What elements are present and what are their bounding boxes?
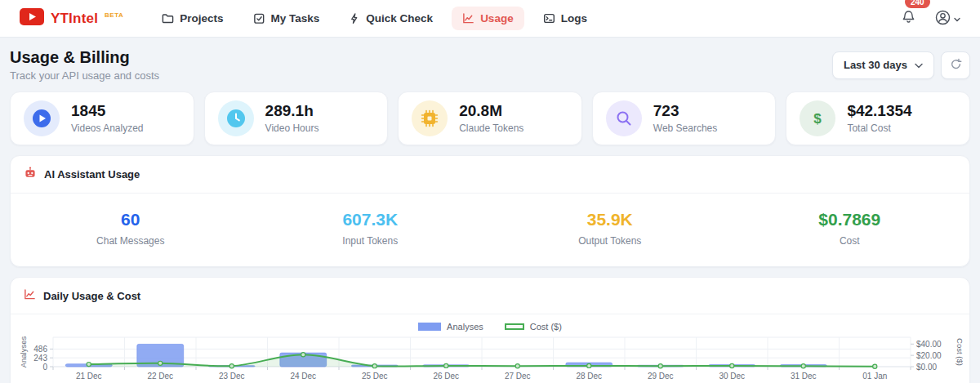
youtube-play-logo-icon bbox=[20, 8, 44, 29]
stat-value: $42.1354 bbox=[847, 103, 911, 120]
stat-value: 20.8M bbox=[459, 103, 523, 120]
stat-label: Video Hours bbox=[265, 122, 319, 134]
refresh-button[interactable] bbox=[941, 51, 970, 79]
brand[interactable]: YTIntel BETA bbox=[20, 8, 123, 29]
folder-icon bbox=[162, 12, 174, 24]
nav-item-label: Logs bbox=[561, 12, 587, 24]
svg-text:0: 0 bbox=[42, 363, 47, 372]
svg-text:486: 486 bbox=[33, 345, 47, 354]
robot-icon bbox=[24, 167, 37, 182]
svg-text:243: 243 bbox=[33, 354, 47, 363]
stat-value: 1845 bbox=[71, 103, 144, 120]
search-icon bbox=[606, 100, 642, 136]
ai-stat-output-tokens: 35.9K Output Tokens bbox=[490, 210, 730, 247]
svg-text:31 Dec: 31 Dec bbox=[791, 372, 817, 381]
ai-stat-label: Input Tokens bbox=[251, 235, 491, 247]
svg-text:29 Dec: 29 Dec bbox=[648, 372, 674, 381]
beta-badge: BETA bbox=[105, 11, 123, 19]
date-range-value: Last 30 days bbox=[844, 59, 907, 71]
ai-stat-value: $0.7869 bbox=[730, 210, 970, 229]
svg-text:24 Dec: 24 Dec bbox=[290, 372, 316, 381]
page-subtitle: Track your API usage and costs bbox=[10, 69, 159, 82]
nav-item-label: My Tasks bbox=[271, 12, 320, 24]
nav-item-label: Projects bbox=[180, 12, 223, 24]
stat-card-videos-analyzed: 1845 Videos Analyzed bbox=[10, 91, 194, 145]
chevron-down-icon bbox=[954, 12, 960, 24]
ai-usage-stats: 60 Chat Messages 607.3K Input Tokens 35.… bbox=[11, 194, 969, 266]
ai-stat-input-tokens: 607.3K Input Tokens bbox=[251, 210, 491, 247]
nav-right: 240 bbox=[899, 7, 960, 29]
svg-text:21 Dec: 21 Dec bbox=[76, 372, 102, 381]
daily-usage-cost-panel: Daily Usage & Cost Analyses Cost ($) 486… bbox=[10, 277, 970, 383]
cost-swatch bbox=[505, 323, 524, 330]
page-header: Usage & Billing Track your API usage and… bbox=[10, 48, 970, 82]
dollar-icon: $ bbox=[800, 100, 835, 136]
nav-item-projects[interactable]: Projects bbox=[151, 7, 234, 30]
svg-text:22 Dec: 22 Dec bbox=[147, 372, 173, 381]
refresh-icon bbox=[950, 58, 962, 73]
svg-text:27 Dec: 27 Dec bbox=[505, 372, 531, 381]
legend-item-analyses[interactable]: Analyses bbox=[418, 322, 483, 332]
nav-item-logs[interactable]: Logs bbox=[532, 7, 598, 30]
bolt-icon bbox=[349, 12, 360, 24]
stat-label: Claude Tokens bbox=[459, 122, 523, 134]
nav-item-usage[interactable]: Usage bbox=[452, 7, 524, 30]
analyses-swatch bbox=[418, 323, 441, 331]
nav-item-quick-check[interactable]: Quick Check bbox=[338, 7, 443, 30]
chip-icon bbox=[412, 100, 448, 136]
svg-text:Cost ($): Cost ($) bbox=[956, 338, 963, 366]
nav-item-label: Quick Check bbox=[366, 12, 433, 24]
ai-stat-label: Cost bbox=[730, 235, 970, 247]
ai-stat-value: 60 bbox=[11, 210, 251, 229]
svg-text:23 Dec: 23 Dec bbox=[219, 372, 245, 381]
user-menu-button[interactable] bbox=[934, 9, 960, 29]
svg-text:01 Jan: 01 Jan bbox=[862, 372, 887, 381]
line-chart-icon bbox=[24, 288, 36, 303]
svg-text:$40.00: $40.00 bbox=[916, 340, 942, 349]
notification-count-badge: 240 bbox=[905, 0, 930, 8]
ai-stat-cost: $0.7869 Cost bbox=[730, 210, 970, 247]
stat-card-claude-tokens: 20.8M Claude Tokens bbox=[398, 91, 582, 145]
legend-item-cost[interactable]: Cost ($) bbox=[505, 322, 562, 332]
svg-text:28 Dec: 28 Dec bbox=[576, 372, 602, 381]
stat-label: Web Searches bbox=[653, 122, 718, 134]
stat-label: Videos Analyzed bbox=[71, 122, 144, 134]
panel-title: Daily Usage & Cost bbox=[43, 290, 140, 302]
stat-card-total-cost: $ $42.1354 Total Cost bbox=[786, 91, 970, 145]
logs-icon bbox=[543, 12, 555, 24]
ai-stat-label: Output Tokens bbox=[490, 235, 730, 247]
stat-card-web-searches: 723 Web Searches bbox=[592, 91, 777, 145]
chevron-down-icon bbox=[915, 59, 923, 71]
avatar-icon bbox=[934, 9, 951, 29]
legend-label: Cost ($) bbox=[530, 322, 562, 332]
daily-usage-chart: 4862430$40.00$20.00$0.0021 Dec22 Dec23 D… bbox=[11, 332, 969, 383]
svg-text:$20.00: $20.00 bbox=[916, 351, 942, 360]
svg-text:$0.00: $0.00 bbox=[916, 363, 937, 372]
bell-icon bbox=[901, 16, 916, 28]
svg-text:26 Dec: 26 Dec bbox=[433, 372, 459, 381]
stat-value: 289.1h bbox=[265, 103, 319, 120]
stat-card-video-hours: 289.1h Video Hours bbox=[204, 91, 389, 145]
ai-stat-value: 607.3K bbox=[251, 210, 491, 229]
ai-stat-chat-messages: 60 Chat Messages bbox=[11, 210, 251, 247]
svg-text:25 Dec: 25 Dec bbox=[362, 372, 388, 381]
tasks-icon bbox=[253, 12, 265, 24]
legend-label: Analyses bbox=[447, 322, 483, 332]
stat-label: Total Cost bbox=[847, 122, 911, 134]
nav-items: Projects My Tasks Quick Check Usage Logs bbox=[151, 7, 598, 30]
nav-item-my-tasks[interactable]: My Tasks bbox=[243, 7, 331, 30]
ai-assistant-usage-panel: AI Assistant Usage 60 Chat Messages 607.… bbox=[10, 155, 970, 267]
notifications-button[interactable]: 240 bbox=[899, 7, 918, 29]
usage-chart-icon bbox=[462, 12, 474, 24]
chart-legend: Analyses Cost ($) bbox=[11, 314, 969, 332]
brand-name: YTIntel bbox=[51, 11, 98, 27]
ai-stat-value: 35.9K bbox=[490, 210, 730, 229]
play-icon bbox=[24, 100, 60, 136]
clock-icon bbox=[218, 100, 254, 136]
svg-text:Analyses: Analyses bbox=[19, 336, 28, 367]
date-range-select[interactable]: Last 30 days bbox=[832, 51, 934, 79]
svg-text:$: $ bbox=[814, 111, 822, 127]
nav-item-label: Usage bbox=[480, 12, 514, 24]
svg-text:30 Dec: 30 Dec bbox=[719, 372, 745, 381]
page-title: Usage & Billing bbox=[10, 48, 159, 67]
